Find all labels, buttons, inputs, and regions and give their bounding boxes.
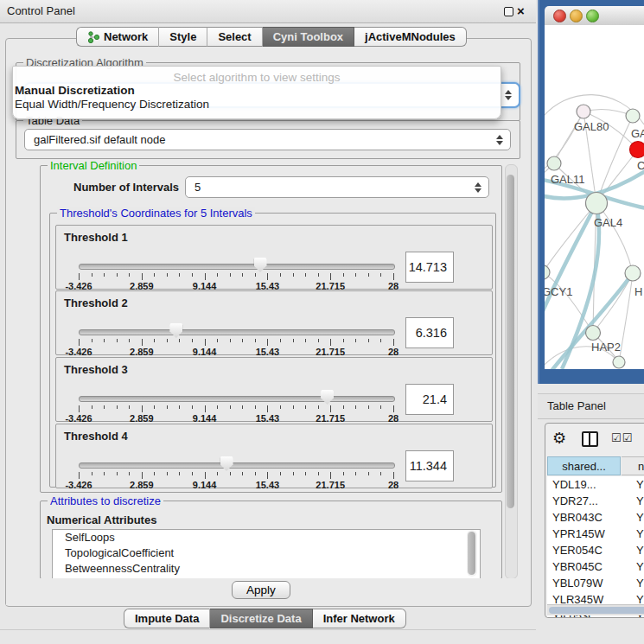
combo-stepper-icon bbox=[475, 182, 481, 193]
close-traffic-light[interactable] bbox=[553, 10, 566, 22]
tab-cyni-toolbox[interactable]: Cyni Toolbox bbox=[263, 27, 354, 47]
list-scrollbar-thumb[interactable] bbox=[468, 532, 475, 575]
number-of-intervals-value: 5 bbox=[194, 181, 201, 194]
attribute-list-item[interactable]: BetweennessCentrality bbox=[53, 561, 480, 577]
network-node-gal80[interactable] bbox=[577, 105, 590, 118]
slider-thumb[interactable] bbox=[254, 258, 267, 272]
network-node-hap2[interactable] bbox=[586, 326, 601, 341]
tab-label: Style bbox=[169, 30, 196, 43]
algorithm-prompt: Select algorithm to view settings bbox=[13, 67, 501, 84]
network-node-label: GCY1 bbox=[545, 285, 572, 298]
thresholds-group: Threshold's Coordinates for 5 Intervals … bbox=[49, 213, 496, 488]
threshold-value-field[interactable]: 14.713 bbox=[405, 252, 454, 283]
attribute-list-item[interactable]: TopologicalCoefficient bbox=[53, 545, 480, 561]
slider-tick-labels: -3.4262.8599.14415.4321.71528 bbox=[79, 279, 393, 290]
slider-thumb[interactable] bbox=[321, 390, 334, 405]
network-node-ga[interactable] bbox=[626, 109, 640, 123]
cell-shared-name: YBR045C bbox=[547, 558, 622, 575]
table-row[interactable]: YPR145WYPR1 bbox=[547, 526, 644, 542]
column-header-name[interactable]: na bbox=[622, 456, 644, 475]
table-row[interactable]: YDR27...YDR2 bbox=[547, 493, 644, 509]
table-row[interactable]: YDL19...YDL1 bbox=[547, 476, 644, 493]
threshold-panel-3: Threshold 3-3.4262.8599.14415.4321.71528… bbox=[55, 357, 493, 422]
tab-label: Select bbox=[218, 30, 251, 43]
network-node[interactable] bbox=[613, 356, 625, 368]
thresholds-group-label: Threshold's Coordinates for 5 Intervals bbox=[57, 207, 255, 220]
network-node-label: GAL4 bbox=[594, 216, 622, 229]
gear-icon[interactable]: ⚙ bbox=[552, 429, 566, 448]
panel-scrollbar-thumb[interactable] bbox=[507, 175, 514, 508]
node-table: ⚙ ☑☑ shared... na YDL19...YDL1YDR27...YD… bbox=[545, 423, 644, 618]
slider-thumb[interactable] bbox=[220, 456, 233, 471]
control-panel-tabs: NetworkStyleSelectCyni ToolboxjActiveMNo… bbox=[76, 27, 467, 47]
minimize-traffic-light[interactable] bbox=[570, 10, 583, 22]
mode-tab-infer-network[interactable]: Infer Network bbox=[313, 609, 406, 628]
threshold-label: Threshold 2 bbox=[64, 296, 128, 309]
numerical-attributes-label: Numerical Attributes bbox=[47, 513, 156, 526]
close-window-button[interactable]: × bbox=[517, 0, 525, 22]
threshold-panel-4: Threshold 4-3.4262.8599.14415.4321.71528… bbox=[55, 424, 493, 488]
slider-track[interactable] bbox=[79, 264, 395, 270]
column-header-shared-name[interactable]: shared... bbox=[547, 456, 621, 475]
tab-network[interactable]: Network bbox=[76, 27, 159, 47]
threshold-value-field[interactable]: 11.344 bbox=[405, 450, 454, 481]
network-node-h[interactable] bbox=[625, 265, 641, 281]
number-of-intervals-label: Number of Intervals bbox=[73, 181, 179, 194]
checkbox-filter-icons[interactable]: ☑☑ bbox=[611, 431, 633, 444]
tab-label: jActiveMNodules bbox=[365, 30, 456, 43]
algorithm-option-equal-width[interactable]: Equal Width/Frequency Discretization bbox=[13, 98, 501, 112]
mode-tab-discretize-data[interactable]: Discretize Data bbox=[210, 609, 312, 628]
threshold-value-field[interactable]: 21.4 bbox=[405, 384, 454, 415]
window-bottom-edge bbox=[0, 629, 536, 630]
threshold-value-field[interactable]: 6.316 bbox=[405, 317, 454, 348]
table-hscrollbar-thumb[interactable] bbox=[549, 607, 644, 614]
mode-tab-impute-data[interactable]: Impute Data bbox=[124, 609, 210, 628]
network-node-label: GAL11 bbox=[551, 173, 585, 186]
table-panel-title: Table Panel bbox=[547, 394, 606, 418]
table-row[interactable]: YER054CYER0 bbox=[547, 542, 644, 558]
table-row[interactable]: YBL079WYBL0 bbox=[547, 575, 644, 591]
network-node-label: H bbox=[634, 285, 642, 298]
tab-jactivemnodules[interactable]: jActiveMNodules bbox=[354, 27, 467, 47]
slider-thumb[interactable] bbox=[169, 323, 182, 338]
table-row[interactable]: YBR043CYBR0 bbox=[547, 509, 644, 526]
algorithm-option-manual[interactable]: Manual Discretization bbox=[13, 84, 501, 98]
network-node-c[interactable] bbox=[630, 142, 644, 158]
table-data-combobox[interactable]: galFiltered.sif default node bbox=[24, 129, 511, 150]
slider-track[interactable] bbox=[79, 462, 395, 469]
zoom-traffic-light[interactable] bbox=[586, 10, 599, 22]
float-window-button[interactable] bbox=[504, 7, 513, 16]
cell-name: YBL0 bbox=[622, 575, 644, 591]
threshold-label: Threshold 3 bbox=[64, 363, 128, 376]
table-hscrollbar[interactable] bbox=[547, 604, 644, 615]
numerical-attributes-list[interactable]: SelfLoopsTopologicalCoefficientBetweenne… bbox=[52, 529, 481, 579]
network-node-gal11[interactable] bbox=[547, 156, 561, 170]
cell-shared-name: YER054C bbox=[547, 542, 622, 558]
table-row[interactable]: YBR045CYBR0 bbox=[547, 558, 644, 575]
column-layout-icon[interactable] bbox=[582, 431, 598, 447]
slider-track[interactable] bbox=[79, 396, 395, 402]
cell-name: YBR0 bbox=[622, 509, 644, 526]
slider-track[interactable] bbox=[79, 329, 395, 335]
cell-name: YDR2 bbox=[622, 493, 644, 509]
network-node-label: GAL80 bbox=[574, 120, 609, 133]
attributes-group-label: Attributes to discretize bbox=[48, 494, 163, 507]
tab-style[interactable]: Style bbox=[159, 27, 207, 47]
list-scrollbar-track[interactable] bbox=[467, 530, 477, 577]
number-of-intervals-combobox[interactable]: 5 bbox=[185, 176, 489, 198]
tab-select[interactable]: Select bbox=[207, 27, 262, 47]
cell-shared-name: YPR145W bbox=[547, 526, 622, 542]
cell-shared-name: YBR043C bbox=[547, 509, 622, 526]
threshold-panel-1: Threshold 1-3.4262.8599.14415.4321.71528… bbox=[55, 225, 493, 290]
cell-shared-name: YBL079W bbox=[547, 575, 622, 591]
attribute-list-item[interactable]: SelfLoops bbox=[53, 530, 480, 545]
apply-button[interactable]: Apply bbox=[232, 581, 290, 599]
algorithm-dropdown-popup: Select algorithm to view settings Manual… bbox=[12, 66, 501, 119]
tab-label: Infer Network bbox=[323, 612, 395, 625]
tab-label: Impute Data bbox=[135, 612, 199, 625]
table-panel-bar: Table Panel bbox=[538, 393, 644, 419]
threshold-label: Threshold 4 bbox=[64, 430, 128, 443]
panel-scrollbar-track[interactable] bbox=[505, 164, 518, 579]
network-node-gal4[interactable] bbox=[586, 193, 608, 214]
network-canvas[interactable]: GAL80GACGAL11GAL4GCY1HHAP2 bbox=[545, 25, 644, 369]
